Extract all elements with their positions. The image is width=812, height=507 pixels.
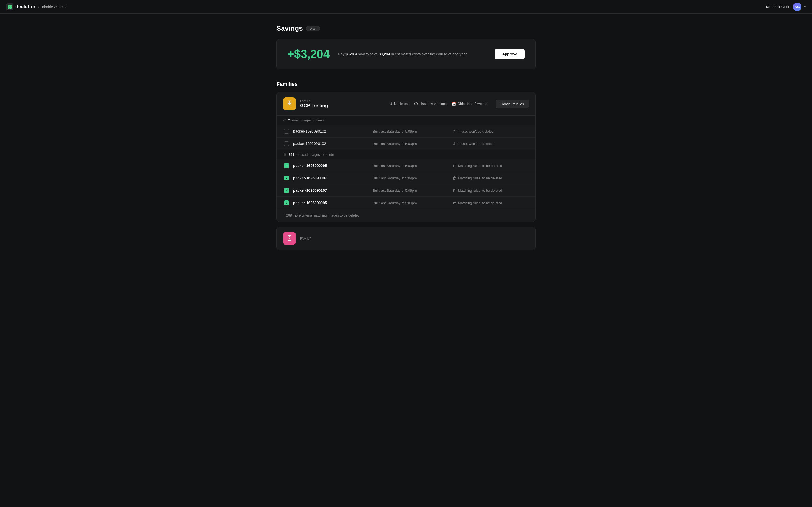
breadcrumb-separator: / — [38, 4, 39, 9]
image-row: packer-1696090095 Built last Saturday at… — [277, 159, 535, 172]
logo-icon — [6, 3, 13, 10]
image-name-1: packer-1696090102 — [293, 129, 368, 133]
family-name: GCP Testing — [300, 103, 385, 109]
status-text-5: Matching rules, to be deleted — [458, 188, 502, 192]
svg-rect-1 — [10, 5, 12, 7]
image-row: packer-1696090102 Built last Saturday at… — [277, 137, 535, 150]
family-label: Family — [300, 99, 385, 103]
image-status-2: ↺ In use, won't be deleted — [453, 142, 528, 146]
status-text-4: Matching rules, to be deleted — [458, 176, 502, 180]
unused-images-group-header: 🗑 351 unused images to delete — [277, 150, 535, 159]
navbar-left: declutter / nimble-392302 — [6, 3, 67, 10]
chevron-down-icon: ▾ — [804, 5, 806, 9]
image-name-6: packer-1696090095 — [293, 201, 368, 205]
status-text-3: Matching rules, to be deleted — [458, 164, 502, 168]
image-built-1: Built last Saturday at 5:09pm — [373, 129, 448, 133]
avatar: KG — [793, 3, 801, 11]
family-card-gcp-testing: 🗄 Family GCP Testing ↺ Not in use — [276, 92, 536, 222]
family-icon-2: 🗄 — [283, 232, 296, 245]
main-content: Savings Draft +$3,204 Pay $320.4 now to … — [261, 14, 551, 261]
used-group-label: used images to keep — [292, 118, 324, 122]
user-name: Kendrick Gurin — [766, 5, 790, 9]
image-name-3: packer-1696090095 — [293, 163, 368, 168]
row-checkbox-6[interactable] — [284, 201, 289, 205]
savings-left: +$3,204 Pay $320.4 now to save $3,204 in… — [287, 48, 468, 61]
used-recycle-icon: ↺ — [283, 118, 286, 122]
family-info-2: Family — [300, 237, 529, 240]
image-row: packer-1696090102 Built last Saturday at… — [277, 125, 535, 137]
pay-amount: $320.4 — [346, 52, 357, 56]
row-checkbox-3[interactable] — [284, 163, 289, 168]
configure-rules-button[interactable]: Configure rules — [496, 100, 529, 108]
in-use-icon-1: ↺ — [453, 129, 456, 133]
svg-rect-3 — [10, 7, 12, 9]
family-label-2: Family — [300, 237, 529, 240]
savings-amount: +$3,204 — [287, 48, 329, 61]
savings-card: +$3,204 Pay $320.4 now to save $3,204 in… — [276, 39, 536, 69]
image-row: packer-1696090095 Built last Saturday at… — [277, 196, 535, 209]
image-built-3: Built last Saturday at 5:09pm — [373, 164, 448, 168]
trash-icon-5: 🗑 — [453, 188, 456, 192]
image-built-2: Built last Saturday at 5:09pm — [373, 142, 448, 146]
families-section-title: Families — [276, 81, 536, 87]
image-status-3: 🗑 Matching rules, to be deleted — [453, 163, 528, 168]
status-text-2: In use, won't be deleted — [458, 142, 494, 146]
image-status-6: 🗑 Matching rules, to be deleted — [453, 201, 528, 205]
user-menu[interactable]: Kendrick Gurin KG ▾ — [766, 3, 806, 11]
tag-has-new-versions-label: Has new versions — [419, 102, 447, 106]
page-title: Savings — [276, 24, 303, 33]
navbar: declutter / nimble-392302 Kendrick Gurin… — [0, 0, 812, 14]
family-tags: ↺ Not in use Has new versions 📅 Older th… — [389, 102, 487, 106]
trash-icon-3: 🗑 — [453, 163, 456, 168]
savings-description: Pay $320.4 now to save $3,204 in estimat… — [338, 51, 468, 57]
in-use-icon-2: ↺ — [453, 142, 456, 146]
family-header-2: 🗄 Family — [277, 227, 535, 250]
image-row: packer-1696090097 Built last Saturday at… — [277, 172, 535, 184]
row-checkbox-4[interactable] — [284, 176, 289, 180]
project-name[interactable]: nimble-392302 — [42, 5, 67, 9]
tag-not-in-use: ↺ Not in use — [389, 102, 410, 106]
savings-desc-post: in estimated costs over the course of on… — [390, 52, 467, 56]
app-name: declutter — [15, 4, 36, 9]
image-name-5: packer-1696090107 — [293, 188, 368, 192]
image-row: packer-1696090107 Built last Saturday at… — [277, 184, 535, 196]
approve-button[interactable]: Approve — [495, 49, 525, 59]
family-header: 🗄 Family GCP Testing ↺ Not in use — [277, 92, 535, 115]
family-info: Family GCP Testing — [300, 99, 385, 109]
tag-older-than-2-weeks: 📅 Older than 2 weeks — [451, 102, 487, 106]
image-built-6: Built last Saturday at 5:09pm — [373, 201, 448, 205]
trash-group-icon: 🗑 — [283, 153, 287, 157]
trash-icon-6: 🗑 — [453, 201, 456, 205]
app-logo[interactable]: declutter — [6, 3, 36, 10]
used-count: 2 — [288, 118, 290, 122]
more-criteria-row: +269 more criteria matching images to be… — [277, 209, 535, 222]
tag-not-in-use-label: Not in use — [394, 102, 410, 106]
save-amount: $3,204 — [379, 52, 390, 56]
unused-count: 351 — [289, 153, 295, 157]
layers-icon — [414, 102, 418, 106]
image-status-1: ↺ In use, won't be deleted — [453, 129, 528, 133]
row-checkbox-5[interactable] — [284, 188, 289, 193]
svg-rect-2 — [8, 7, 9, 9]
svg-rect-0 — [8, 5, 9, 7]
savings-desc-pre: Pay — [338, 52, 346, 56]
image-status-4: 🗑 Matching rules, to be deleted — [453, 176, 528, 180]
tag-older-label: Older than 2 weeks — [458, 102, 487, 106]
row-checkbox-1[interactable] — [284, 129, 289, 133]
row-checkbox-2[interactable] — [284, 141, 289, 146]
status-text-6: Matching rules, to be deleted — [458, 201, 502, 205]
tag-has-new-versions: Has new versions — [414, 102, 447, 106]
status-badge: Draft — [306, 25, 320, 32]
image-status-5: 🗑 Matching rules, to be deleted — [453, 188, 528, 192]
image-name-4: packer-1696090097 — [293, 176, 368, 180]
image-name-2: packer-1696090102 — [293, 142, 368, 146]
trash-icon-4: 🗑 — [453, 176, 456, 180]
more-criteria-text: +269 more criteria matching images to be… — [284, 213, 360, 217]
unused-group-label: unused images to delete — [297, 153, 334, 157]
recycle-icon: ↺ — [389, 102, 393, 106]
image-built-5: Built last Saturday at 5:09pm — [373, 188, 448, 192]
family-icon: 🗄 — [283, 98, 296, 110]
status-text-1: In use, won't be deleted — [458, 129, 494, 133]
used-images-group-header: ↺ 2 used images to keep — [277, 115, 535, 125]
calendar-icon: 📅 — [451, 102, 456, 106]
